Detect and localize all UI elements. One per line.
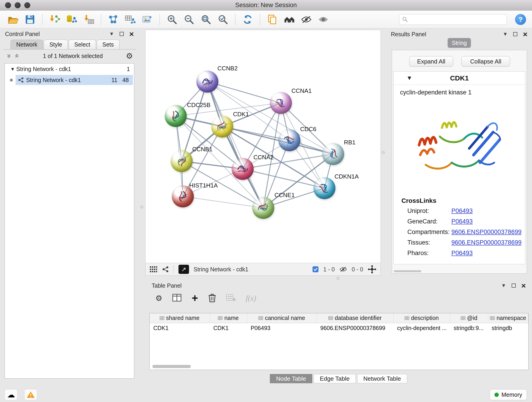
gene-section-header[interactable]: ▼ CDK1	[394, 71, 525, 85]
network-node-ccnb1[interactable]	[171, 150, 193, 172]
minimize-window-button[interactable]	[15, 2, 21, 8]
column-header-shared-name[interactable]: shared name	[150, 313, 210, 323]
memory-button[interactable]: Memory	[490, 389, 527, 400]
grid-view-icon[interactable]	[150, 266, 157, 273]
search-box[interactable]	[399, 14, 507, 25]
zoom-window-button[interactable]	[24, 2, 30, 8]
section-collapse-icon[interactable]: ▼	[406, 75, 412, 82]
crosslink-link[interactable]: 9606.ENSP00000378699	[451, 229, 521, 236]
cell-namespace[interactable]: stringdb	[488, 323, 528, 333]
float-panel-icon[interactable]: ▼	[501, 283, 506, 288]
network-from-table-button[interactable]	[123, 12, 138, 27]
network-share-icon[interactable]	[162, 266, 169, 273]
table-row[interactable]: CDK1 CDK1 P06493 9606.ENSP00000378699 cy…	[150, 323, 528, 333]
close-window-button[interactable]	[5, 2, 11, 8]
network-canvas[interactable]: CCNB2CCNA1CDC25BCDK1CDC6RB1CCNB1CCNA2CDK…	[146, 30, 380, 263]
crosslink-link[interactable]: P06493	[451, 249, 473, 257]
collapse-all-button[interactable]: Collapse All	[462, 56, 510, 67]
export-image-button[interactable]	[140, 12, 154, 27]
expand-all-icon[interactable]: »	[12, 52, 20, 59]
gear-icon[interactable]: ⚙	[126, 51, 133, 61]
results-tab-string[interactable]: String	[448, 38, 471, 48]
network-node-cdc25b[interactable]	[165, 105, 187, 127]
tree-expand-icon[interactable]: ▾	[11, 66, 14, 72]
close-panel-icon[interactable]: ×	[129, 32, 134, 36]
cell-description[interactable]: cyclin-dependent ...	[393, 323, 450, 333]
crosslink-link[interactable]: P06493	[451, 207, 473, 215]
pan-crosshair-icon[interactable]	[368, 265, 376, 274]
import-network-from-file-button[interactable]	[48, 12, 62, 27]
float-panel-icon[interactable]: ▼	[503, 31, 508, 37]
zoom-out-button[interactable]	[182, 12, 196, 27]
maximize-panel-icon[interactable]	[120, 32, 124, 36]
network-node-ccna1[interactable]	[270, 92, 292, 114]
expand-all-button[interactable]: Expand All	[409, 56, 453, 67]
cell-database-identifier[interactable]: 9606.ENSP00000378699	[317, 323, 393, 333]
warnings-button[interactable]	[24, 389, 37, 400]
tab-network[interactable]: Network	[11, 40, 43, 49]
hidden-eye-slash-icon[interactable]	[339, 266, 347, 272]
column-header-description[interactable]: description	[393, 313, 450, 323]
add-column-icon[interactable]: +	[191, 294, 198, 303]
network-collection-row[interactable]: ▾ String Network - cdk1 1	[5, 64, 134, 75]
network-node-cdkn1a[interactable]	[313, 177, 336, 199]
close-panel-icon[interactable]: ×	[523, 32, 527, 36]
tab-network-table[interactable]: Network Table	[357, 374, 407, 383]
birdseye-view-button[interactable]: ↗	[178, 265, 189, 274]
network-row[interactable]: String Network - cdk1 11 48	[5, 75, 134, 85]
column-header-namespace[interactable]: namespace	[488, 313, 528, 323]
show-all-button[interactable]	[316, 12, 330, 27]
horizontal-scrollbar[interactable]	[394, 270, 421, 272]
zoom-in-button[interactable]	[165, 12, 179, 27]
save-session-button[interactable]	[23, 12, 37, 27]
maximize-panel-icon[interactable]	[513, 32, 517, 36]
network-node-ccna2[interactable]	[232, 158, 254, 180]
refresh-layout-button[interactable]	[241, 12, 255, 27]
splitter-handle[interactable]	[336, 277, 340, 280]
table-settings-gear-icon[interactable]: ⚙	[155, 294, 162, 303]
tab-node-table[interactable]: Node Table	[270, 374, 312, 383]
column-header-name[interactable]: name	[210, 313, 247, 323]
tab-edge-table[interactable]: Edge Table	[314, 374, 356, 383]
maximize-panel-icon[interactable]	[512, 283, 516, 288]
column-header-canonical-name[interactable]: canonical name	[247, 313, 317, 323]
network-node-cdc6[interactable]	[278, 129, 300, 151]
open-session-button[interactable]	[6, 12, 20, 27]
new-network-button[interactable]	[106, 12, 120, 27]
cell-id[interactable]: stringdb:9...	[450, 323, 488, 333]
collapse-all-icon[interactable]: »	[6, 52, 13, 59]
selected-checkbox-icon[interactable]	[312, 266, 319, 273]
search-input[interactable]	[410, 16, 504, 23]
import-table-from-file-button[interactable]	[82, 12, 96, 27]
selected-network-row[interactable]: String Network - cdk1 11 48	[16, 75, 133, 85]
cell-shared-name[interactable]: CDK1	[150, 323, 210, 333]
tab-style[interactable]: Style	[44, 40, 68, 49]
copy-button[interactable]	[265, 12, 279, 27]
network-node-ccne1[interactable]	[252, 197, 274, 219]
crosslink-link[interactable]: P06493	[451, 218, 473, 225]
tab-select[interactable]: Select	[69, 40, 96, 49]
column-header-id[interactable]: @id	[450, 313, 488, 323]
show-columns-icon[interactable]	[172, 294, 181, 303]
help-button[interactable]: ?	[515, 14, 526, 25]
zoom-fit-button[interactable]	[199, 12, 213, 27]
network-node-cdk1[interactable]	[211, 115, 233, 138]
cloud-status-button[interactable]: ☁	[5, 389, 17, 400]
crosslink-link[interactable]: 9606.ENSP00000378699	[451, 239, 521, 246]
tab-sets[interactable]: Sets	[97, 40, 120, 49]
network-node-ccnb2[interactable]	[196, 70, 218, 93]
zoom-selected-button[interactable]	[216, 12, 230, 27]
close-panel-icon[interactable]: ×	[521, 283, 526, 288]
splitter-handle[interactable]	[140, 206, 143, 209]
column-header-database-identifier[interactable]: database identifier	[317, 313, 393, 323]
import-network-from-database-button[interactable]	[65, 12, 79, 27]
delete-column-trash-icon[interactable]	[208, 293, 216, 303]
splitter-handle[interactable]	[382, 151, 385, 154]
horizontal-scrollbar[interactable]	[152, 365, 191, 368]
network-node-rb1[interactable]	[322, 143, 344, 165]
hide-selection-button[interactable]	[299, 12, 313, 27]
cell-name[interactable]: CDK1	[210, 323, 247, 333]
cybrowser-home-button[interactable]	[282, 12, 297, 27]
cell-canonical-name[interactable]: P06493	[247, 323, 317, 333]
float-panel-icon[interactable]: ▼	[109, 31, 114, 37]
